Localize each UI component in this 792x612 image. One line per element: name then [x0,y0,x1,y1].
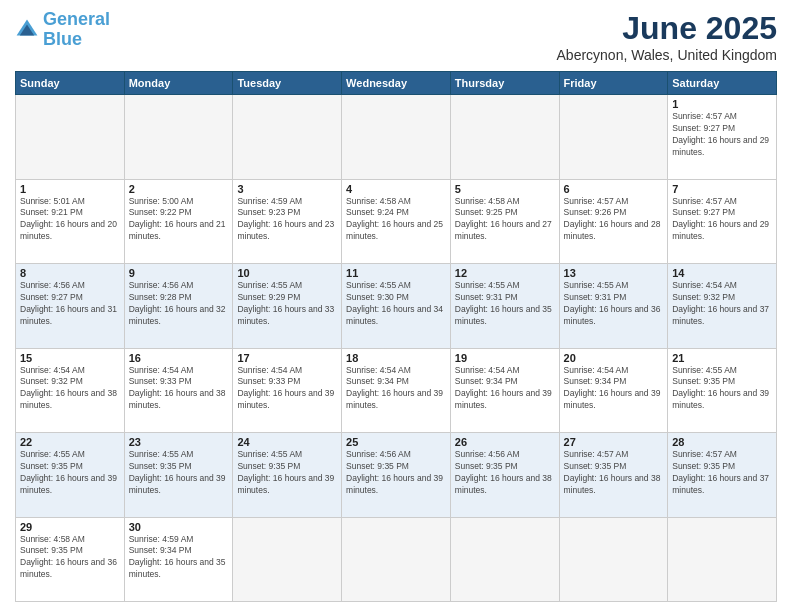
table-row: 5Sunrise: 4:58 AM Sunset: 9:25 PM Daylig… [450,179,559,264]
table-row: 15Sunrise: 4:54 AM Sunset: 9:32 PM Dayli… [16,348,125,433]
day-number: 29 [20,521,120,533]
day-number: 22 [20,436,120,448]
table-row: 21Sunrise: 4:55 AM Sunset: 9:35 PM Dayli… [668,348,777,433]
title-section: June 2025 Abercynon, Wales, United Kingd… [557,10,777,63]
day-number: 1 [672,98,772,110]
table-row: 29Sunrise: 4:58 AM Sunset: 9:35 PM Dayli… [16,517,125,602]
calendar-week-row: 1Sunrise: 5:01 AM Sunset: 9:21 PM Daylig… [16,179,777,264]
day-number: 17 [237,352,337,364]
day-number: 26 [455,436,555,448]
day-number: 8 [20,267,120,279]
day-number: 24 [237,436,337,448]
day-number: 20 [564,352,664,364]
table-row: 4Sunrise: 4:58 AM Sunset: 9:24 PM Daylig… [342,179,451,264]
day-info: Sunrise: 4:59 AM Sunset: 9:34 PM Dayligh… [129,534,229,582]
day-number: 19 [455,352,555,364]
table-row: 14Sunrise: 4:54 AM Sunset: 9:32 PM Dayli… [668,264,777,349]
table-row [233,517,342,602]
table-row [233,95,342,180]
col-thursday: Thursday [450,72,559,95]
day-info: Sunrise: 4:58 AM Sunset: 9:24 PM Dayligh… [346,196,446,244]
day-info: Sunrise: 4:58 AM Sunset: 9:25 PM Dayligh… [455,196,555,244]
day-number: 16 [129,352,229,364]
day-info: Sunrise: 4:55 AM Sunset: 9:35 PM Dayligh… [129,449,229,497]
day-number: 5 [455,183,555,195]
col-saturday: Saturday [668,72,777,95]
day-number: 18 [346,352,446,364]
day-info: Sunrise: 4:54 AM Sunset: 9:34 PM Dayligh… [455,365,555,413]
day-info: Sunrise: 4:57 AM Sunset: 9:35 PM Dayligh… [672,449,772,497]
day-info: Sunrise: 4:54 AM Sunset: 9:33 PM Dayligh… [129,365,229,413]
table-row: 27Sunrise: 4:57 AM Sunset: 9:35 PM Dayli… [559,433,668,518]
table-row [342,95,451,180]
day-number: 23 [129,436,229,448]
day-info: Sunrise: 4:55 AM Sunset: 9:35 PM Dayligh… [20,449,120,497]
table-row: 11Sunrise: 4:55 AM Sunset: 9:30 PM Dayli… [342,264,451,349]
day-info: Sunrise: 4:59 AM Sunset: 9:23 PM Dayligh… [237,196,337,244]
subtitle: Abercynon, Wales, United Kingdom [557,47,777,63]
day-number: 21 [672,352,772,364]
table-row: 8Sunrise: 4:56 AM Sunset: 9:27 PM Daylig… [16,264,125,349]
page: General Blue June 2025 Abercynon, Wales,… [0,0,792,612]
col-monday: Monday [124,72,233,95]
day-info: Sunrise: 4:57 AM Sunset: 9:27 PM Dayligh… [672,196,772,244]
day-info: Sunrise: 4:55 AM Sunset: 9:30 PM Dayligh… [346,280,446,328]
logo-text: General Blue [43,10,110,50]
day-number: 30 [129,521,229,533]
calendar-week-row: 22Sunrise: 4:55 AM Sunset: 9:35 PM Dayli… [16,433,777,518]
day-number: 13 [564,267,664,279]
day-info: Sunrise: 4:54 AM Sunset: 9:32 PM Dayligh… [672,280,772,328]
day-number: 11 [346,267,446,279]
day-info: Sunrise: 4:56 AM Sunset: 9:27 PM Dayligh… [20,280,120,328]
table-row: 26Sunrise: 4:56 AM Sunset: 9:35 PM Dayli… [450,433,559,518]
header: General Blue June 2025 Abercynon, Wales,… [15,10,777,63]
table-row: 1Sunrise: 4:57 AM Sunset: 9:27 PM Daylig… [668,95,777,180]
table-row: 23Sunrise: 4:55 AM Sunset: 9:35 PM Dayli… [124,433,233,518]
day-info: Sunrise: 4:56 AM Sunset: 9:28 PM Dayligh… [129,280,229,328]
table-row: 6Sunrise: 4:57 AM Sunset: 9:26 PM Daylig… [559,179,668,264]
day-info: Sunrise: 5:00 AM Sunset: 9:22 PM Dayligh… [129,196,229,244]
day-number: 7 [672,183,772,195]
main-title: June 2025 [557,10,777,47]
day-number: 15 [20,352,120,364]
day-info: Sunrise: 4:56 AM Sunset: 9:35 PM Dayligh… [346,449,446,497]
col-tuesday: Tuesday [233,72,342,95]
calendar-week-row: 1Sunrise: 4:57 AM Sunset: 9:27 PM Daylig… [16,95,777,180]
day-number: 14 [672,267,772,279]
col-sunday: Sunday [16,72,125,95]
table-row [668,517,777,602]
table-row: 12Sunrise: 4:55 AM Sunset: 9:31 PM Dayli… [450,264,559,349]
day-number: 1 [20,183,120,195]
table-row: 24Sunrise: 4:55 AM Sunset: 9:35 PM Dayli… [233,433,342,518]
day-number: 4 [346,183,446,195]
day-number: 25 [346,436,446,448]
logo: General Blue [15,10,110,50]
table-row [559,517,668,602]
table-row: 2Sunrise: 5:00 AM Sunset: 9:22 PM Daylig… [124,179,233,264]
table-row [450,517,559,602]
day-number: 10 [237,267,337,279]
table-row [124,95,233,180]
day-number: 27 [564,436,664,448]
table-row: 1Sunrise: 5:01 AM Sunset: 9:21 PM Daylig… [16,179,125,264]
day-info: Sunrise: 5:01 AM Sunset: 9:21 PM Dayligh… [20,196,120,244]
day-info: Sunrise: 4:58 AM Sunset: 9:35 PM Dayligh… [20,534,120,582]
day-info: Sunrise: 4:56 AM Sunset: 9:35 PM Dayligh… [455,449,555,497]
table-row: 30Sunrise: 4:59 AM Sunset: 9:34 PM Dayli… [124,517,233,602]
table-row: 7Sunrise: 4:57 AM Sunset: 9:27 PM Daylig… [668,179,777,264]
day-number: 6 [564,183,664,195]
day-number: 3 [237,183,337,195]
day-number: 2 [129,183,229,195]
col-friday: Friday [559,72,668,95]
day-number: 28 [672,436,772,448]
day-number: 9 [129,267,229,279]
table-row: 9Sunrise: 4:56 AM Sunset: 9:28 PM Daylig… [124,264,233,349]
calendar-table: Sunday Monday Tuesday Wednesday Thursday… [15,71,777,602]
table-row: 20Sunrise: 4:54 AM Sunset: 9:34 PM Dayli… [559,348,668,433]
table-row: 22Sunrise: 4:55 AM Sunset: 9:35 PM Dayli… [16,433,125,518]
calendar-week-row: 29Sunrise: 4:58 AM Sunset: 9:35 PM Dayli… [16,517,777,602]
day-info: Sunrise: 4:55 AM Sunset: 9:29 PM Dayligh… [237,280,337,328]
table-row: 25Sunrise: 4:56 AM Sunset: 9:35 PM Dayli… [342,433,451,518]
day-info: Sunrise: 4:57 AM Sunset: 9:35 PM Dayligh… [564,449,664,497]
day-info: Sunrise: 4:54 AM Sunset: 9:32 PM Dayligh… [20,365,120,413]
